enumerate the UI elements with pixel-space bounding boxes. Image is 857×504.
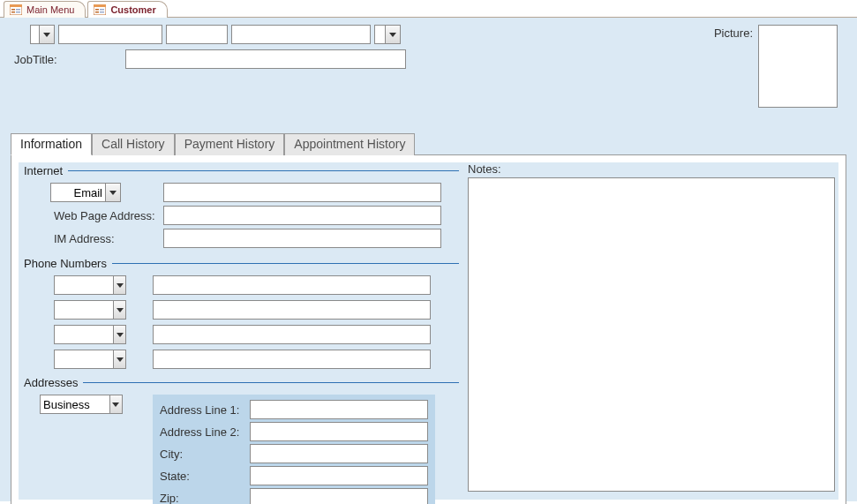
dropdown-button[interactable]: [113, 275, 126, 295]
phone-type-combo-3[interactable]: [54, 325, 126, 344]
form-icon: [10, 4, 22, 15]
dropdown-button[interactable]: [113, 325, 126, 344]
group-label: Phone Numbers: [24, 257, 107, 270]
group-label: Addresses: [24, 376, 78, 389]
email-input[interactable]: [163, 183, 441, 202]
address-city-input[interactable]: [250, 444, 428, 463]
name-prefix-combo[interactable]: [30, 25, 55, 44]
phone-number-input-1[interactable]: [153, 275, 431, 295]
svg-rect-10: [100, 9, 104, 11]
address-line2-label: Address Line 2:: [160, 425, 250, 439]
dropdown-button[interactable]: [113, 350, 126, 369]
address-city-label: City:: [160, 448, 250, 461]
svg-rect-3: [11, 11, 15, 13]
tab-call-history[interactable]: Call History: [92, 133, 175, 155]
dropdown-button[interactable]: [105, 183, 121, 202]
job-title-label: JobTitle:: [11, 53, 124, 66]
form-icon: [94, 4, 106, 15]
dropdown-button[interactable]: [109, 395, 123, 414]
svg-rect-4: [16, 9, 20, 11]
chevron-down-icon: [117, 308, 124, 312]
svg-rect-9: [95, 11, 99, 13]
notes-label: Notes:: [468, 162, 835, 176]
svg-rect-2: [11, 9, 15, 11]
name-suffix-input[interactable]: [374, 25, 385, 44]
chevron-down-icon: [43, 33, 50, 37]
header-row: JobTitle: Picture:: [11, 25, 846, 108]
name-middle-input[interactable]: [166, 25, 228, 44]
window-tab-customer[interactable]: Customer: [87, 1, 167, 18]
web-page-label: Web Page Address:: [24, 209, 163, 222]
chevron-down-icon: [117, 283, 124, 288]
internet-group-title: Internet: [24, 164, 459, 177]
tab-payment-history[interactable]: Payment History: [175, 133, 285, 155]
name-first-input[interactable]: [58, 25, 162, 44]
address-line2-input[interactable]: [250, 422, 428, 441]
information-panel: Internet Web Page Address:: [11, 154, 846, 504]
group-label: Internet: [24, 164, 63, 177]
phone-number-input-4[interactable]: [153, 350, 431, 369]
chevron-down-icon: [112, 402, 119, 407]
address-line1-input[interactable]: [250, 400, 428, 419]
chevron-down-icon: [389, 33, 396, 37]
phone-group-title: Phone Numbers: [24, 257, 459, 270]
svg-rect-7: [94, 4, 106, 7]
im-address-label: IM Address:: [24, 232, 163, 245]
address-line1-label: Address Line 1:: [160, 403, 250, 417]
dropdown-button[interactable]: [385, 25, 401, 44]
chevron-down-icon: [109, 191, 117, 195]
subtab-container: Information Call History Payment History…: [11, 132, 846, 504]
tab-information[interactable]: Information: [11, 133, 92, 155]
customer-form: JobTitle: Picture: Information Call Hist…: [0, 18, 857, 501]
address-type-input[interactable]: [40, 395, 109, 414]
phone-type-combo-2[interactable]: [54, 300, 126, 320]
addresses-group-title: Addresses: [24, 376, 459, 389]
svg-rect-11: [100, 11, 104, 13]
address-zip-input[interactable]: [250, 488, 428, 504]
window-tab-label: Customer: [110, 4, 155, 15]
phone-type-combo-4[interactable]: [54, 350, 126, 369]
name-line: [30, 25, 714, 44]
job-title-input[interactable]: [125, 49, 406, 69]
address-state-input[interactable]: [250, 466, 428, 485]
svg-rect-5: [16, 11, 20, 13]
dropdown-button[interactable]: [113, 300, 126, 320]
email-type-input[interactable]: [50, 183, 105, 202]
dropdown-button[interactable]: [39, 25, 55, 44]
svg-rect-8: [95, 9, 99, 11]
picture-label: Picture:: [714, 25, 753, 40]
notes-textarea[interactable]: [468, 177, 835, 492]
chevron-down-icon: [117, 357, 124, 362]
window-tab-main-menu[interactable]: Main Menu: [4, 1, 86, 18]
picture-box[interactable]: [758, 25, 838, 108]
address-zip-label: Zip:: [160, 492, 250, 505]
email-type-combo[interactable]: [50, 183, 121, 202]
svg-rect-1: [10, 4, 22, 7]
window-tab-bar: Main Menu Customer: [0, 0, 857, 18]
phone-type-combo-1[interactable]: [54, 275, 126, 295]
window-tab-label: Main Menu: [26, 4, 74, 15]
phone-number-input-2[interactable]: [153, 300, 431, 320]
im-address-input[interactable]: [163, 229, 441, 248]
chevron-down-icon: [117, 333, 124, 337]
phone-number-input-3[interactable]: [153, 325, 431, 344]
address-type-combo[interactable]: [40, 395, 123, 414]
name-last-input[interactable]: [231, 25, 371, 44]
name-suffix-combo[interactable]: [374, 25, 401, 44]
name-prefix-input[interactable]: [30, 25, 39, 44]
address-state-label: State:: [160, 470, 250, 483]
tab-appointment-history[interactable]: Appointment History: [284, 133, 415, 155]
picture-area: Picture:: [714, 25, 838, 108]
web-page-input[interactable]: [163, 206, 441, 225]
